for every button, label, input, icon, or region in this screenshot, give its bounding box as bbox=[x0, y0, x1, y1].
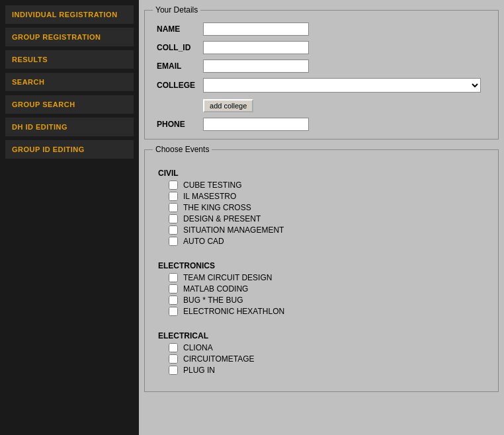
event-label-team-circuit-design[interactable]: TEAM CIRCUIT DESIGN bbox=[183, 273, 272, 282]
event-checkbox-circuitometage[interactable] bbox=[169, 354, 178, 364]
event-label-auto-cad[interactable]: AUTO CAD bbox=[183, 237, 224, 246]
event-checkbox-design-present[interactable] bbox=[169, 214, 178, 223]
college-label: COLLEGE bbox=[153, 75, 199, 95]
sidebar-btn-group-registration[interactable]: GROUP REGISTRATION bbox=[5, 28, 134, 46]
coll-id-input[interactable] bbox=[203, 41, 309, 54]
sidebar-btn-group-search[interactable]: GROUP SEARCH bbox=[5, 95, 134, 114]
event-item-cube-testing: CUBE TESTING bbox=[169, 180, 485, 190]
event-checkbox-auto-cad[interactable] bbox=[169, 237, 178, 246]
event-checkbox-team-circuit-design[interactable] bbox=[169, 273, 178, 282]
sidebar-btn-dh-id-editing[interactable]: DH ID EDITING bbox=[5, 118, 134, 136]
event-label-cliona[interactable]: CLIONA bbox=[183, 343, 213, 352]
add-college-button[interactable]: add college bbox=[203, 99, 253, 112]
event-label-electronic-hexathlon[interactable]: ELECTRONIC HEXATHLON bbox=[183, 307, 284, 316]
phone-input[interactable] bbox=[203, 118, 309, 131]
event-label-plug-in[interactable]: PLUG IN bbox=[183, 366, 215, 375]
event-label-situation-management[interactable]: SITUATION MANAGEMENT bbox=[183, 225, 284, 235]
coll-id-label: COLL_ID bbox=[153, 38, 199, 57]
sidebar-btn-search[interactable]: SEARCH bbox=[5, 73, 134, 91]
details-table: NAME COLL_ID EMAIL COLLEGE bbox=[153, 20, 490, 134]
event-checkbox-cube-testing[interactable] bbox=[169, 180, 178, 190]
event-item-circuitometage: CIRCUITOMETAGE bbox=[169, 354, 485, 364]
event-checkbox-matlab-coding[interactable] bbox=[169, 284, 178, 294]
event-checkbox-il-masestro[interactable] bbox=[169, 192, 178, 201]
main-content: Your Details NAME COLL_ID EMAIL COLLEGE bbox=[139, 0, 504, 435]
your-details-section: Your Details NAME COLL_ID EMAIL COLLEGE bbox=[144, 5, 499, 139]
sidebar-btn-results[interactable]: RESULTS bbox=[5, 50, 134, 69]
event-checkbox-the-king-cross[interactable] bbox=[169, 203, 178, 212]
event-label-cube-testing[interactable]: CUBE TESTING bbox=[183, 180, 241, 190]
choose-events-section: Choose Events CIVILCUBE TESTINGIL MASEST… bbox=[144, 145, 499, 392]
name-input[interactable] bbox=[203, 22, 309, 36]
event-item-electronic-hexathlon: ELECTRONIC HEXATHLON bbox=[169, 307, 485, 316]
events-container: CIVILCUBE TESTINGIL MASESTROTHE KING CRO… bbox=[153, 159, 490, 386]
phone-label: PHONE bbox=[153, 115, 199, 134]
category-label-civil: CIVIL bbox=[158, 169, 485, 178]
name-label: NAME bbox=[153, 20, 199, 38]
event-item-auto-cad: AUTO CAD bbox=[169, 237, 485, 246]
event-label-il-masestro[interactable]: IL MASESTRO bbox=[183, 192, 236, 201]
event-label-design-present[interactable]: DESIGN & PRESENT bbox=[183, 214, 261, 223]
event-item-matlab-coding: MATLAB CODING bbox=[169, 284, 485, 294]
event-label-circuitometage[interactable]: CIRCUITOMETAGE bbox=[183, 354, 255, 364]
event-label-matlab-coding[interactable]: MATLAB CODING bbox=[183, 284, 248, 294]
email-label: EMAIL bbox=[153, 57, 199, 75]
event-checkbox-cliona[interactable] bbox=[169, 343, 178, 352]
email-input[interactable] bbox=[203, 59, 309, 73]
event-item-il-masestro: IL MASESTRO bbox=[169, 192, 485, 201]
event-checkbox-bug-the-bug[interactable] bbox=[169, 296, 178, 305]
college-select[interactable] bbox=[203, 78, 481, 93]
event-item-bug-the-bug: BUG * THE BUG bbox=[169, 296, 485, 305]
event-label-bug-the-bug[interactable]: BUG * THE BUG bbox=[183, 296, 243, 305]
event-checkbox-electronic-hexathlon[interactable] bbox=[169, 307, 178, 316]
event-item-plug-in: PLUG IN bbox=[169, 366, 485, 375]
event-item-design-present: DESIGN & PRESENT bbox=[169, 214, 485, 223]
event-checkbox-plug-in[interactable] bbox=[169, 366, 178, 375]
event-item-team-circuit-design: TEAM CIRCUIT DESIGN bbox=[169, 273, 485, 282]
event-item-the-king-cross: THE KING CROSS bbox=[169, 203, 485, 212]
category-label-electronics: ELECTRONICS bbox=[158, 261, 485, 270]
event-checkbox-situation-management[interactable] bbox=[169, 225, 178, 235]
event-item-cliona: CLIONA bbox=[169, 343, 485, 352]
event-item-situation-management: SITUATION MANAGEMENT bbox=[169, 225, 485, 235]
your-details-legend: Your Details bbox=[153, 5, 200, 15]
event-label-the-king-cross[interactable]: THE KING CROSS bbox=[183, 203, 251, 212]
sidebar: INDIVIDUAL REGISTRATIONGROUP REGISTRATIO… bbox=[0, 0, 139, 435]
choose-events-legend: Choose Events bbox=[153, 145, 212, 154]
sidebar-btn-group-id-editing[interactable]: GROUP ID EDITING bbox=[5, 140, 134, 159]
category-label-electrical: ELECTRICAL bbox=[158, 331, 485, 340]
sidebar-btn-individual-registration[interactable]: INDIVIDUAL REGISTRATION bbox=[5, 5, 134, 24]
